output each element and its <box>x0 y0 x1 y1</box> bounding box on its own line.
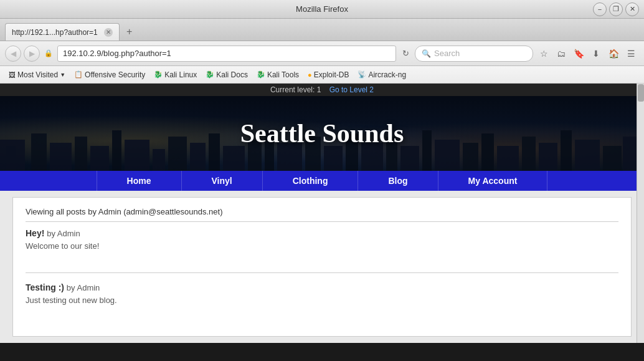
offensive-security-icon: 📋 <box>74 70 83 79</box>
site-navigation: Home Vinyl Clothing Blog My Account <box>0 171 644 191</box>
svg-rect-31 <box>603 146 622 171</box>
scrollbar-thumb[interactable] <box>638 84 644 102</box>
tab-bar: http://192.1...hp?author=1 ✕ + <box>0 19 644 41</box>
svg-rect-6 <box>112 130 121 171</box>
bookmark-most-visited[interactable]: 🖼 Most Visited ▼ <box>5 69 69 80</box>
svg-rect-17 <box>324 146 343 171</box>
post-divider <box>26 272 618 273</box>
nav-home[interactable]: Home <box>97 171 182 191</box>
bookmark-label: Kali Tools <box>267 70 299 79</box>
dropdown-arrow-icon: ▼ <box>60 72 65 78</box>
svg-rect-29 <box>561 130 572 171</box>
kali-tools-icon: 🐉 <box>257 70 265 79</box>
hero-section: Seattle Sounds <box>0 96 644 171</box>
level-link[interactable]: Go to Level 2 <box>329 85 374 94</box>
exploit-db-icon: ● <box>308 71 312 79</box>
window-title: Mozilla Firefox <box>296 4 348 14</box>
kali-linux-icon: 🐉 <box>154 70 163 79</box>
bookmarks-bar: 🖼 Most Visited ▼ 📋 Offensive Security 🐉 … <box>0 66 644 84</box>
author-header: Viewing all posts by Admin (admin@seattl… <box>26 207 618 222</box>
svg-rect-27 <box>522 137 536 171</box>
post-container: Viewing all posts by Admin (admin@seattl… <box>12 197 632 337</box>
svg-rect-23 <box>435 140 460 171</box>
browser-content: Current level: 1 Go to Level 2 <box>0 84 644 343</box>
svg-rect-10 <box>190 143 206 171</box>
post-title-text: Testing :) <box>26 282 64 292</box>
home-button[interactable]: 🏠 <box>605 46 622 62</box>
tab-close-button[interactable]: ✕ <box>104 28 113 37</box>
nav-vinyl[interactable]: Vinyl <box>182 171 263 191</box>
svg-rect-7 <box>125 140 149 171</box>
download-button[interactable]: ⬇ <box>588 46 604 62</box>
search-bar[interactable]: 🔍 Search <box>415 46 533 62</box>
bookmark-kali-linux[interactable]: 🐉 Kali Linux <box>150 69 201 80</box>
bookmark-star-button[interactable]: ☆ <box>536 46 552 62</box>
svg-rect-2 <box>31 133 47 171</box>
svg-rect-9 <box>168 137 187 171</box>
svg-rect-25 <box>481 133 494 171</box>
blog-post: Hey! by Admin Welcome to our site! <box>26 228 618 263</box>
window-controls: − ❐ ✕ <box>593 2 639 16</box>
level-text: Current level: 1 <box>270 85 321 94</box>
bookmark-kali-tools[interactable]: 🐉 Kali Tools <box>253 69 303 80</box>
svg-rect-21 <box>400 146 419 171</box>
browser-tab[interactable]: http://192.1...hp?author=1 ✕ <box>5 23 120 41</box>
nav-blog[interactable]: Blog <box>358 171 438 191</box>
bookmark-offensive-security[interactable]: 📋 Offensive Security <box>70 69 149 80</box>
browser-nav-icons: ☆ 🗂 🔖 ⬇ 🏠 ☰ <box>536 46 639 62</box>
bookmark-label: Kali Docs <box>216 70 248 79</box>
kali-docs-icon: 🐉 <box>206 70 214 79</box>
bookmark-label: Aircrack-ng <box>368 70 406 79</box>
close-button[interactable]: ✕ <box>625 2 639 16</box>
tab-label: http://192.1...hp?author=1 <box>12 28 98 37</box>
pocket-button[interactable]: 🔖 <box>571 46 587 62</box>
content-area: Viewing all posts by Admin (admin@seattl… <box>0 191 644 343</box>
bookmark-label: Most Visited <box>17 70 58 79</box>
post-author: by Admin <box>67 283 100 292</box>
svg-rect-1 <box>6 146 16 171</box>
svg-rect-24 <box>463 143 478 171</box>
forward-button[interactable]: ▶ <box>24 46 40 62</box>
nav-clothing[interactable]: Clothing <box>263 171 359 191</box>
post-title-text: Hey! <box>26 228 44 238</box>
svg-rect-8 <box>153 149 165 171</box>
post-author: by Admin <box>47 229 80 238</box>
search-icon: 🔍 <box>422 49 431 58</box>
menu-button[interactable]: ☰ <box>623 46 639 62</box>
site-title: Seattle Sounds <box>240 118 404 148</box>
svg-rect-11 <box>209 133 220 171</box>
svg-rect-30 <box>575 140 600 171</box>
post-title: Testing :) by Admin <box>26 282 618 292</box>
back-button[interactable]: ◀ <box>5 46 21 62</box>
maximize-button[interactable]: ❐ <box>609 2 623 16</box>
reload-button[interactable]: ↻ <box>399 47 412 60</box>
aircrack-icon: 📡 <box>358 70 366 79</box>
nav-my-account[interactable]: My Account <box>438 171 548 191</box>
svg-rect-28 <box>539 143 557 171</box>
bookmark-kali-docs[interactable]: 🐉 Kali Docs <box>202 69 252 80</box>
bookmark-label: Exploit-DB <box>314 70 349 79</box>
level-bar: Current level: 1 Go to Level 2 <box>0 84 644 96</box>
security-icon: 🔒 <box>42 46 55 62</box>
svg-rect-5 <box>90 146 109 171</box>
scrollbar-track[interactable] <box>637 84 644 343</box>
post-body: Just testing out new blog. <box>26 296 618 317</box>
svg-rect-12 <box>223 146 245 171</box>
navigation-bar: ◀ ▶ 🔒 192.10.2.9/blog.php?author=1 ↻ 🔍 S… <box>0 41 644 66</box>
bookmark-aircrack[interactable]: 📡 Aircrack-ng <box>354 69 410 80</box>
bookmark-label: Offensive Security <box>85 70 145 79</box>
bookmark-label: Kali Linux <box>164 70 197 79</box>
post-title: Hey! by Admin <box>26 228 618 238</box>
search-placeholder: Search <box>434 49 460 58</box>
url-text: 192.10.2.9/blog.php?author=1 <box>63 49 171 58</box>
new-tab-button[interactable]: + <box>122 24 137 39</box>
svg-rect-22 <box>422 130 432 171</box>
bookmark-exploit-db[interactable]: ● Exploit-DB <box>304 69 353 80</box>
sync-button[interactable]: 🗂 <box>553 46 569 62</box>
minimize-button[interactable]: − <box>593 2 607 16</box>
svg-rect-3 <box>50 143 72 171</box>
post-body: Welcome to our site! <box>26 241 618 263</box>
address-bar[interactable]: 192.10.2.9/blog.php?author=1 <box>57 46 396 62</box>
titlebar: Mozilla Firefox − ❐ ✕ <box>0 0 644 19</box>
most-visited-icon: 🖼 <box>9 71 16 79</box>
